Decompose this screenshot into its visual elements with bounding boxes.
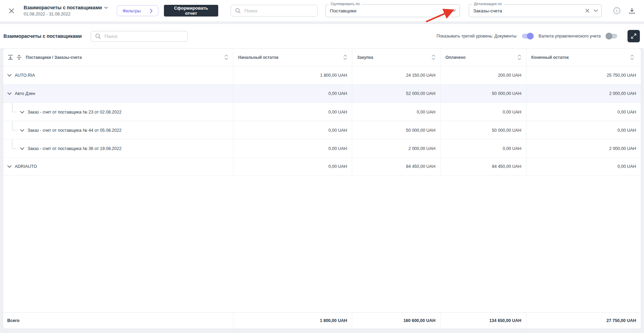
row-value-cell: 0,00 UAH bbox=[233, 103, 352, 121]
table-row[interactable]: Заказ - счет от поставщика № 44 от 05.08… bbox=[3, 121, 641, 139]
row-value-cell: 0,00 UAH bbox=[233, 85, 352, 103]
detail-by-value: Заказы-счета bbox=[473, 8, 585, 13]
sort-icon[interactable] bbox=[630, 55, 634, 60]
filters-button-label: Фильтры bbox=[123, 8, 141, 13]
third-level-toggle-label: Показывать третий уровень: Документы bbox=[436, 34, 517, 39]
row-value-cell: 50 000,00 UAH bbox=[441, 85, 526, 103]
chevron-down-icon bbox=[104, 7, 108, 9]
supplier-row-label-cell[interactable]: AUTO.RIA bbox=[3, 66, 233, 84]
row-expand-chevron-icon[interactable] bbox=[7, 92, 12, 95]
group-by-select[interactable]: Группировать по Поставщики bbox=[325, 4, 460, 17]
total-opening-balance: 1 800,00 UAH bbox=[233, 313, 352, 329]
row-value-cell: 0,00 UAH bbox=[233, 121, 352, 139]
panel-search-input[interactable] bbox=[104, 34, 183, 39]
row-label: ADRIAUTO bbox=[15, 164, 37, 169]
row-expand-chevron-icon[interactable] bbox=[20, 147, 24, 150]
row-value-cell: 1 800,00 UAH bbox=[233, 66, 352, 84]
table-body: AUTO.RIA1 800,00 UAH24 150,00 UAH200,00 … bbox=[3, 66, 641, 312]
row-expand-chevron-icon[interactable] bbox=[20, 129, 24, 132]
chevron-down-icon[interactable] bbox=[593, 9, 598, 12]
row-label: AUTO.RIA bbox=[15, 73, 35, 78]
detail-by-select[interactable]: Детализация по Заказы-счета bbox=[469, 4, 602, 17]
column-header-label: Оплачено bbox=[445, 55, 518, 60]
settlements-table: Поставщики / Заказы-счета Начальный оста… bbox=[3, 48, 641, 329]
row-value-cell: 0,00 UAH bbox=[352, 103, 441, 121]
row-label: Заказ - счет от поставщика № 44 от 05.08… bbox=[27, 128, 121, 133]
fullscreen-button[interactable] bbox=[628, 30, 640, 42]
order-row-label-cell[interactable]: Заказ - счет от поставщика № 23 от 02.08… bbox=[3, 103, 233, 121]
row-value-cell: 25 750,00 UAH bbox=[526, 66, 641, 84]
table-row[interactable]: Авто Дзен0,00 UAH52 000,00 UAH50 000,00 … bbox=[3, 85, 641, 103]
row-value-cell: 0,00 UAH bbox=[441, 103, 526, 121]
panel-search[interactable] bbox=[91, 31, 188, 42]
column-header-closing-balance[interactable]: Конечный остаток bbox=[526, 49, 641, 66]
row-label: Заказ - счет от поставщика № 36 от 19.08… bbox=[27, 146, 121, 151]
row-expand-chevron-icon[interactable] bbox=[7, 74, 12, 77]
row-value-cell: 52 000,00 UAH bbox=[352, 85, 441, 103]
supplier-row-label-cell[interactable]: Авто Дзен bbox=[3, 85, 233, 103]
close-icon[interactable] bbox=[7, 6, 16, 16]
sort-icon[interactable] bbox=[432, 55, 435, 60]
column-header-label: Поставщики / Заказы-счета bbox=[26, 55, 224, 60]
row-expand-chevron-icon[interactable] bbox=[7, 165, 12, 168]
row-value-cell: 2 000,00 UAH bbox=[352, 139, 441, 158]
group-by-value: Поставщики bbox=[330, 8, 452, 13]
column-header-purchase[interactable]: Закупка bbox=[352, 49, 441, 66]
order-row-label-cell[interactable]: Заказ - счет от поставщика № 44 от 05.08… bbox=[3, 121, 233, 139]
download-icon[interactable] bbox=[627, 5, 637, 17]
column-header-opening-balance[interactable]: Начальный остаток bbox=[233, 49, 352, 66]
total-paid: 134 650,00 UAH bbox=[441, 313, 526, 329]
table-row[interactable]: AUTO.RIA1 800,00 UAH24 150,00 UAH200,00 … bbox=[3, 66, 641, 85]
currency-toggle-label: Валюта управленческого учета bbox=[538, 34, 601, 39]
row-value-cell: 50 000,00 UAH bbox=[352, 121, 441, 139]
row-value-cell: 0,00 UAH bbox=[526, 121, 641, 139]
chevron-right-icon bbox=[150, 9, 153, 13]
search-icon bbox=[95, 33, 101, 39]
total-purchase: 160 600,00 UAH bbox=[352, 313, 441, 329]
third-level-toggle[interactable] bbox=[522, 34, 533, 39]
row-value-cell: 0,00 UAH bbox=[526, 103, 641, 121]
sort-icon[interactable] bbox=[224, 55, 228, 60]
column-header-label: Конечный остаток bbox=[531, 55, 630, 60]
supplier-row-label-cell[interactable]: ADRIAUTO bbox=[3, 158, 233, 175]
row-value-cell: 84 450,00 UAH bbox=[441, 158, 526, 175]
detail-by-label: Детализация по bbox=[472, 2, 504, 6]
panel-controls: Взаиморасчеты с поставщиками Показывать … bbox=[0, 24, 644, 48]
row-value-cell: 2 000,00 UAH bbox=[526, 139, 641, 158]
tree-connector bbox=[7, 103, 17, 121]
row-expand-chevron-icon[interactable] bbox=[20, 111, 24, 114]
table-row[interactable]: Заказ - счет от поставщика № 23 от 02.08… bbox=[3, 103, 641, 121]
total-closing-balance: 27 750,00 UAH bbox=[526, 313, 641, 329]
collapse-all-icon[interactable] bbox=[8, 55, 13, 60]
topbar-search-input[interactable] bbox=[244, 8, 313, 13]
row-value-cell: 24 150,00 UAH bbox=[352, 66, 441, 84]
info-icon[interactable] bbox=[611, 5, 622, 17]
clear-icon[interactable] bbox=[585, 9, 589, 13]
expand-icon bbox=[631, 33, 636, 39]
report-title: Взаиморасчеты с поставщиками bbox=[24, 5, 102, 10]
table-row[interactable]: Заказ - счет от поставщика № 36 от 19.08… bbox=[3, 139, 641, 158]
column-header-paid[interactable]: Оплачено bbox=[441, 49, 526, 66]
currency-toggle[interactable] bbox=[606, 34, 617, 39]
column-header-suppliers[interactable]: Поставщики / Заказы-счета bbox=[3, 49, 233, 66]
row-label: Авто Дзен bbox=[15, 91, 35, 96]
table-header-row: Поставщики / Заказы-счета Начальный оста… bbox=[3, 49, 641, 66]
order-row-label-cell[interactable]: Заказ - счет от поставщика № 36 от 19.08… bbox=[3, 139, 233, 158]
sort-icon[interactable] bbox=[343, 55, 347, 60]
topbar-search[interactable] bbox=[231, 5, 318, 17]
tree-connector bbox=[7, 121, 17, 139]
sort-icon[interactable] bbox=[518, 55, 521, 60]
row-value-cell: 200,00 UAH bbox=[441, 66, 526, 84]
generate-report-button[interactable]: Сформировать отчет bbox=[164, 5, 219, 17]
column-header-label: Начальный остаток bbox=[238, 55, 343, 60]
panel-title: Взаиморасчеты с поставщиками bbox=[3, 33, 82, 39]
row-label: Заказ - счет от поставщика № 23 от 02.08… bbox=[27, 110, 121, 115]
chevron-down-icon[interactable] bbox=[452, 9, 456, 12]
expand-all-icon[interactable] bbox=[16, 55, 22, 60]
table-row[interactable]: ADRIAUTO0,00 UAH84 450,00 UAH84 450,00 U… bbox=[3, 158, 641, 176]
date-range: 01.08.2022 - 31.08.2022 bbox=[24, 12, 108, 17]
row-value-cell: 84 450,00 UAH bbox=[352, 158, 441, 175]
row-value-cell: 0,00 UAH bbox=[233, 139, 352, 158]
filters-button[interactable]: Фильтры bbox=[117, 5, 158, 16]
report-title-block[interactable]: Взаиморасчеты с поставщиками 01.08.2022 … bbox=[24, 5, 108, 17]
